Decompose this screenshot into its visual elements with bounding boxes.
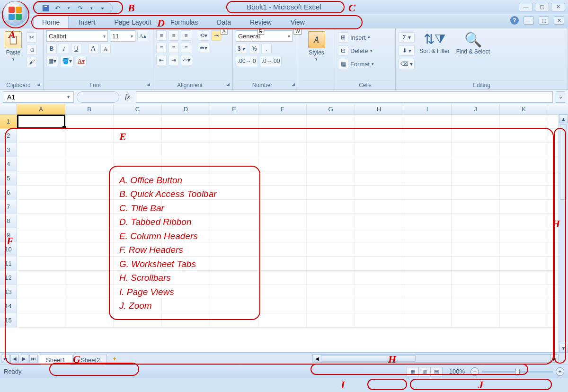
cell[interactable]	[403, 299, 452, 313]
cell[interactable]	[307, 271, 355, 285]
bold-button[interactable]: B	[46, 44, 57, 54]
cell[interactable]	[65, 129, 114, 143]
row-header-11[interactable]: 11	[0, 257, 17, 270]
cell[interactable]	[65, 171, 114, 185]
cell[interactable]	[355, 186, 403, 199]
dialog-launcher-icon[interactable]: ◢	[292, 82, 295, 87]
help-icon[interactable]: ?	[510, 16, 519, 25]
row-header-1[interactable]: 1	[0, 115, 17, 128]
cell[interactable]	[403, 242, 452, 256]
cell[interactable]	[452, 115, 500, 128]
cell[interactable]	[17, 299, 65, 313]
row-header-9[interactable]: 9	[0, 228, 17, 242]
merge-center-icon[interactable]: ⬌▾	[198, 43, 209, 53]
cell[interactable]	[65, 200, 114, 214]
row-header-5[interactable]: 5	[0, 171, 17, 185]
zoom-out-icon[interactable]: −	[470, 367, 479, 376]
cell[interactable]	[307, 257, 355, 270]
cell[interactable]	[307, 228, 355, 242]
cell[interactable]	[500, 186, 548, 199]
cell[interactable]	[355, 214, 403, 228]
fill-icon[interactable]: ⬇ ▾	[399, 45, 415, 56]
cell[interactable]	[500, 271, 548, 285]
close-button[interactable]: ✕	[551, 3, 565, 11]
cell[interactable]	[258, 200, 307, 214]
column-header-G[interactable]: G	[307, 104, 355, 114]
cell[interactable]	[307, 313, 355, 327]
tab-home[interactable]: Home	[33, 15, 69, 28]
format-painter-icon[interactable]: 🖌	[27, 57, 37, 67]
cell[interactable]	[403, 157, 452, 171]
cell[interactable]	[355, 299, 403, 313]
column-header-F[interactable]: F	[258, 104, 307, 114]
cell[interactable]	[65, 157, 114, 171]
borders-icon[interactable]: ▦▾	[46, 56, 58, 66]
cell[interactable]	[258, 299, 307, 313]
first-sheet-icon[interactable]: ⏮	[1, 355, 9, 363]
align-center-icon[interactable]: ≡	[169, 43, 179, 53]
row-header-10[interactable]: 10	[0, 242, 17, 256]
row-header-6[interactable]: 6	[0, 186, 17, 199]
cell[interactable]	[17, 257, 65, 270]
cell[interactable]	[17, 143, 65, 157]
cell[interactable]	[355, 313, 403, 327]
cell[interactable]	[403, 271, 452, 285]
cell[interactable]	[65, 214, 114, 228]
cell[interactable]	[355, 285, 403, 299]
cell[interactable]	[307, 285, 355, 299]
column-header-A[interactable]: A	[17, 104, 65, 114]
fx-icon[interactable]: fx	[122, 93, 133, 101]
cell[interactable]	[258, 186, 307, 199]
increase-font-icon[interactable]: A	[88, 44, 98, 54]
cell[interactable]	[258, 242, 307, 256]
cell[interactable]	[500, 313, 548, 327]
cell[interactable]	[355, 143, 403, 157]
new-sheet-icon[interactable]: ✦	[109, 355, 120, 363]
scroll-thumb[interactable]	[560, 124, 567, 200]
font-color-icon[interactable]: A▾	[76, 56, 87, 66]
cell[interactable]	[452, 257, 500, 270]
row-header-3[interactable]: 3	[0, 143, 17, 157]
cell[interactable]	[355, 171, 403, 185]
increase-decimal-icon[interactable]: .00→.0	[236, 56, 258, 66]
increase-indent-icon[interactable]: ⇥	[169, 55, 179, 65]
column-header-C[interactable]: C	[114, 104, 162, 114]
cell[interactable]	[500, 157, 548, 171]
find-select-button[interactable]: 🔍 Find & Select	[454, 30, 492, 56]
cell[interactable]	[452, 299, 500, 313]
orientation2-icon[interactable]: ⤺▾	[181, 55, 192, 65]
view-page-break-icon[interactable]: ▤	[430, 367, 443, 376]
cell[interactable]	[210, 129, 258, 143]
sheet-tab-2[interactable]: Sheet2	[73, 355, 107, 365]
scroll-down-icon[interactable]: ▼	[559, 344, 568, 352]
cell[interactable]	[258, 157, 307, 171]
cell[interactable]	[403, 313, 452, 327]
cell[interactable]	[500, 129, 548, 143]
orientation-icon[interactable]: ⟲▾	[198, 30, 209, 41]
dialog-launcher-icon[interactable]: ◢	[147, 82, 150, 87]
column-header-H[interactable]: H	[355, 104, 403, 114]
cell[interactable]	[17, 271, 65, 285]
cell[interactable]	[403, 214, 452, 228]
minimize-button[interactable]: ―	[519, 3, 533, 11]
cell[interactable]	[403, 129, 452, 143]
cell[interactable]	[162, 129, 210, 143]
column-header-K[interactable]: K	[500, 104, 548, 114]
cell[interactable]	[355, 257, 403, 270]
format-cells-icon[interactable]: ▦	[338, 59, 348, 69]
cell[interactable]	[65, 271, 114, 285]
cell[interactable]	[500, 115, 548, 128]
ribbon-restore-button[interactable]: ▢	[539, 16, 549, 25]
decrease-indent-icon[interactable]: ⇤	[156, 55, 167, 65]
copy-icon[interactable]: ⧉	[27, 45, 37, 55]
paste-button[interactable]: 📋 Paste ▾	[3, 30, 24, 62]
align-top-icon[interactable]: ≡	[156, 30, 167, 41]
italic-button[interactable]: I	[59, 44, 69, 54]
cell[interactable]	[17, 129, 65, 143]
fill-color-icon[interactable]: 🪣▾	[60, 56, 74, 66]
undo-icon[interactable]: ↶	[53, 4, 61, 12]
cell[interactable]	[355, 242, 403, 256]
view-normal-icon[interactable]: ▦	[407, 367, 419, 376]
insert-label[interactable]: Insert	[350, 34, 366, 41]
column-header-E[interactable]: E	[210, 104, 258, 114]
